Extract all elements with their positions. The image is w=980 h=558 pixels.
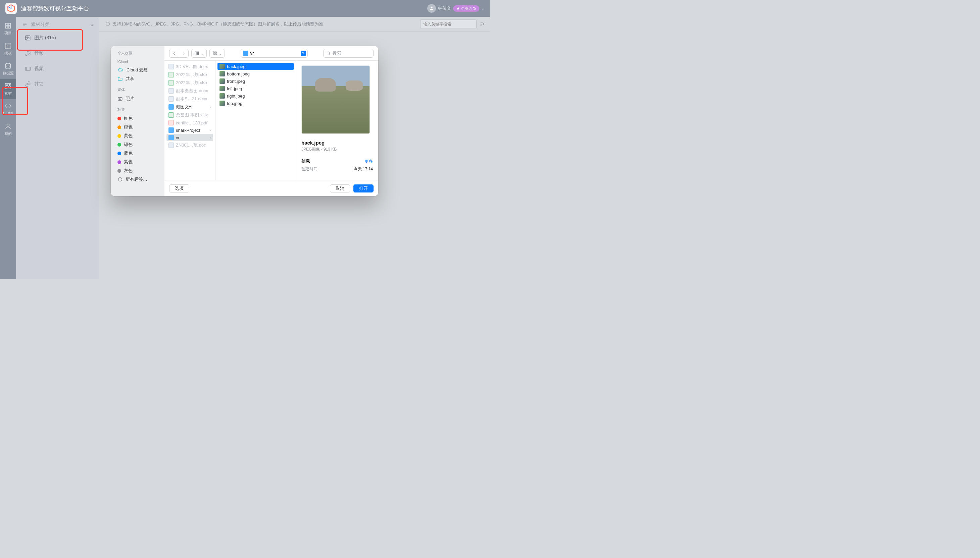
sidebar-tag[interactable]: 橙色 <box>115 123 165 131</box>
svg-rect-5 <box>5 43 11 49</box>
sidebar-item-video[interactable]: 视频 <box>16 61 99 77</box>
material-sidebar: 素材分类 « 图片 (315) 音频 视频 其它 <box>16 17 99 279</box>
options-button[interactable]: 选项 <box>169 184 189 192</box>
file-row[interactable]: bottom.jpeg <box>217 70 294 77</box>
file-dialog: 个人收藏 iCloud iCloud 云盘 共享 媒体 照片 标签 红色橙色黄色… <box>111 46 378 196</box>
sidebar-section-tags: 标签 <box>117 107 165 112</box>
file-row[interactable]: left.jpeg <box>217 85 294 92</box>
file-row[interactable]: top.jpeg <box>217 100 294 107</box>
file-row[interactable]: back.jpeg <box>217 63 294 70</box>
sidebar-tag[interactable]: 蓝色 <box>115 149 165 158</box>
cancel-button[interactable]: 取消 <box>330 184 350 192</box>
file-row[interactable]: 桑甚图-事例.xlsx <box>166 111 213 119</box>
svg-rect-38 <box>213 54 214 55</box>
file-row[interactable]: 副本S…21.docx <box>166 95 213 103</box>
file-row[interactable]: 3D VR…图.docx <box>166 63 213 71</box>
rail-processor[interactable]: 处理器 <box>0 99 16 120</box>
sidebar-item-image[interactable]: 图片 (315) <box>16 30 99 46</box>
member-badge: 企业会员 <box>453 5 479 12</box>
file-row[interactable]: 2022年…划.xlsx <box>166 71 213 79</box>
rail-project[interactable]: 项目 <box>0 19 16 39</box>
chevron-right-icon: › <box>210 128 211 132</box>
svg-point-40 <box>327 52 329 54</box>
file-row[interactable]: 截图文件› <box>166 103 213 111</box>
sidebar-tag[interactable]: 黄色 <box>115 131 165 140</box>
rail-datasource[interactable]: 数据源 <box>0 59 16 79</box>
upload-hint: 支持10MB内的SVG、JPEG、JPG、PNG、BMP和GIF（静态图或动态图… <box>105 21 323 27</box>
nav-back-forward[interactable]: ‹ › <box>169 49 189 57</box>
rail-material[interactable]: 素材 <box>0 79 16 99</box>
svg-rect-36 <box>213 52 214 53</box>
user-area[interactable]: 钟传文 企业会员 ⌄ <box>427 4 485 13</box>
file-row[interactable]: ZN001…范.doc <box>166 141 213 149</box>
image-icon <box>25 35 31 41</box>
file-type-icon <box>168 64 174 69</box>
sidebar-icloud-drive[interactable]: iCloud 云盘 <box>115 66 165 74</box>
file-type-icon <box>168 120 174 125</box>
updown-icon: ⇅ <box>301 51 306 56</box>
camera-icon <box>117 96 123 101</box>
search-input[interactable] <box>420 20 476 29</box>
sidebar-item-other[interactable]: 其它 <box>16 77 99 92</box>
preview-thumbnail <box>301 66 370 134</box>
image-file-icon <box>219 86 225 91</box>
sort-button[interactable] <box>479 20 486 28</box>
sidebar-title: 素材分类 <box>31 21 50 28</box>
preview-created-label: 创建时间 <box>301 166 318 172</box>
svg-rect-1 <box>6 23 8 25</box>
file-row[interactable]: certific…133.pdf <box>166 119 213 126</box>
file-row[interactable]: vr› <box>166 134 213 141</box>
svg-rect-34 <box>196 52 197 55</box>
sidebar-tag[interactable]: 灰色 <box>115 166 165 175</box>
sidebar-section-icloud: iCloud <box>117 60 165 64</box>
sidebar-section-favorites: 个人收藏 <box>117 51 165 56</box>
svg-point-31 <box>119 98 121 100</box>
file-row[interactable]: right.jpeg <box>217 92 294 100</box>
sidebar-tag[interactable]: 红色 <box>115 114 165 123</box>
file-row[interactable]: 2022年…划.xlsx <box>166 79 213 87</box>
group-button[interactable]: ⌄ <box>209 49 225 57</box>
tag-dot-icon <box>117 169 121 173</box>
open-button[interactable]: 打开 <box>353 184 374 192</box>
file-row[interactable]: 副本桑基图.docx <box>166 87 213 95</box>
chevron-right-icon: › <box>210 105 211 109</box>
file-type-icon <box>168 72 174 77</box>
svg-point-20 <box>28 54 30 55</box>
preview-created-value: 今天 17:14 <box>354 166 373 172</box>
image-file-icon <box>219 71 225 77</box>
sidebar-tag[interactable]: 紫色 <box>115 158 165 166</box>
svg-point-10 <box>7 84 8 86</box>
svg-rect-37 <box>215 52 216 53</box>
preview-more-link[interactable]: 更多 <box>365 159 373 164</box>
svg-point-0 <box>431 7 432 8</box>
brand-logo <box>5 3 17 14</box>
file-row[interactable]: sharkProject› <box>166 126 213 134</box>
preview-filename: back.jpeg <box>301 140 373 146</box>
chevron-right-icon: › <box>210 136 211 140</box>
rail-mine[interactable]: 我的 <box>0 120 16 140</box>
location-dropdown[interactable]: vr ⇅ <box>240 49 308 57</box>
search-icon <box>326 51 331 55</box>
sidebar-shared[interactable]: 共享 <box>115 74 165 83</box>
collapse-icon[interactable]: « <box>90 22 93 27</box>
svg-rect-4 <box>8 26 10 28</box>
tag-dot-icon <box>117 160 121 164</box>
rail-template[interactable]: 模板 <box>0 39 16 59</box>
dialog-search[interactable]: 搜索 <box>323 49 374 57</box>
list-icon <box>22 22 28 27</box>
preview-info-label: 信息 <box>301 158 310 164</box>
dialog-footer: 选项 取消 打开 <box>165 180 378 196</box>
view-mode-button[interactable]: ⌄ <box>191 49 207 57</box>
sidebar-section-media: 媒体 <box>117 87 165 92</box>
file-row[interactable]: front.jpeg <box>217 77 294 85</box>
svg-point-13 <box>7 124 9 126</box>
sidebar-photos[interactable]: 照片 <box>115 94 165 103</box>
cloud-icon <box>117 67 123 73</box>
file-type-icon <box>168 88 174 94</box>
back-icon[interactable]: ‹ <box>170 49 179 57</box>
tag-dot-icon <box>117 117 121 120</box>
sidebar-item-audio[interactable]: 音频 <box>16 46 99 61</box>
forward-icon[interactable]: › <box>179 49 188 57</box>
sidebar-all-tags[interactable]: 所有标签… <box>115 175 165 184</box>
sidebar-tag[interactable]: 绿色 <box>115 140 165 149</box>
